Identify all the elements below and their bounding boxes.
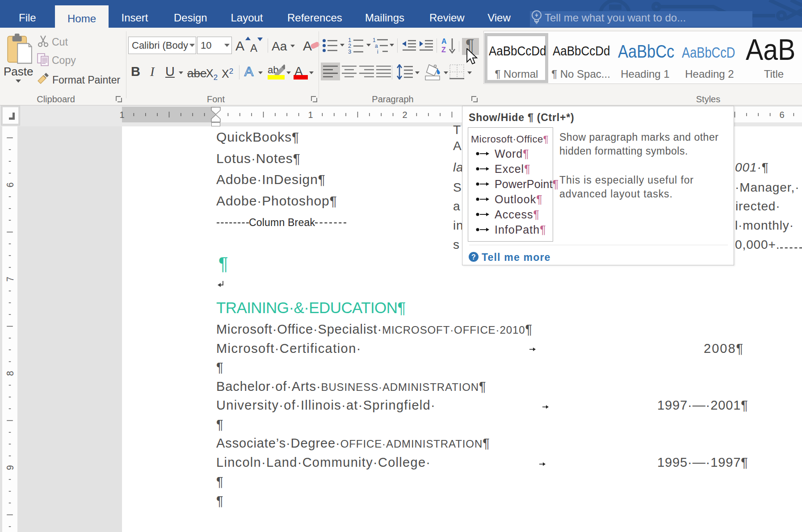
svg-text:i: i <box>377 49 378 54</box>
svg-text:9: 9 <box>4 465 16 470</box>
svg-text:Z: Z <box>441 46 446 54</box>
svg-text:6: 6 <box>4 182 16 187</box>
svg-text:A: A <box>244 64 253 78</box>
svg-text:8: 8 <box>4 371 16 376</box>
svg-text:A: A <box>441 38 447 45</box>
svg-text:1: 1 <box>308 110 313 120</box>
svg-text:7: 7 <box>4 276 16 281</box>
svg-text:6: 6 <box>779 110 784 120</box>
svg-text:3: 3 <box>348 48 351 54</box>
svg-text:a: a <box>375 43 378 49</box>
svg-text:?: ? <box>471 253 476 261</box>
svg-text:1: 1 <box>119 110 124 120</box>
svg-text:2: 2 <box>402 110 407 120</box>
